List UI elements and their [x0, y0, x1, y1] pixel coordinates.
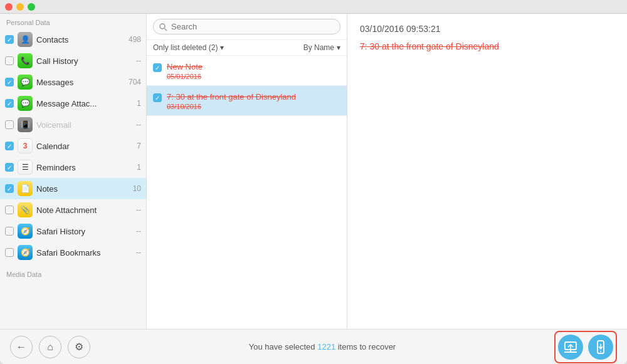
contacts-icon: 👤: [18, 32, 33, 47]
settings-button[interactable]: ⚙: [68, 336, 90, 358]
safarihistory-icon: 🧭: [18, 224, 33, 239]
action-buttons: [554, 331, 617, 363]
detail-timestamp: 03/10/2016 09:53:21: [360, 24, 614, 34]
sidebar-checkbox-callhistory[interactable]: [5, 56, 14, 65]
sidebar-item-reminders[interactable]: ☰Reminders1: [0, 157, 146, 178]
sidebar-checkbox-messages[interactable]: [5, 78, 14, 86]
main-content: Personal Data 👤Contacts498📞Call History-…: [0, 14, 627, 329]
messages-icon: 💬: [18, 75, 33, 90]
sidebar-item-safarihistory[interactable]: 🧭Safari History--: [0, 221, 146, 242]
note-title-0: New Note: [167, 62, 340, 71]
sidebar-item-messages[interactable]: 💬Messages704: [0, 71, 146, 93]
filter-right: By Name ▾: [303, 43, 340, 52]
filter-left: Only list deleted (2) ▾: [153, 43, 224, 52]
recover-to-device-button[interactable]: [588, 335, 613, 360]
status-count: 1221: [317, 342, 335, 351]
app-window: Personal Data 👤Contacts498📞Call History-…: [0, 0, 627, 364]
note-checkbox-1[interactable]: [153, 93, 162, 102]
sidebar-item-notes[interactable]: 📄Notes10: [0, 178, 146, 199]
note-content-0: New Note05/01/2016: [167, 62, 340, 80]
sort-label[interactable]: By Name: [303, 43, 334, 52]
list-item[interactable]: New Note05/01/2016: [147, 56, 347, 86]
sidebar-item-label-notes: Notes: [36, 184, 129, 194]
svg-point-5: [600, 351, 601, 352]
sidebar-checkbox-noteattach[interactable]: [5, 205, 14, 214]
sidebar-checkbox-voicemail[interactable]: [5, 120, 14, 129]
home-button[interactable]: ⌂: [39, 336, 61, 358]
voicemail-icon: 📳: [18, 117, 33, 132]
sidebar-item-label-safaribookmarks: Safari Bookmarks: [36, 248, 132, 257]
sort-dropdown-icon[interactable]: ▾: [337, 43, 340, 52]
sidebar-checkbox-msgattach[interactable]: [5, 99, 14, 108]
sidebar-checkbox-calendar[interactable]: [5, 142, 14, 150]
sidebar-checkbox-contacts[interactable]: [5, 35, 14, 44]
sidebar-item-count-messages: 704: [129, 78, 141, 86]
filter-deleted-label[interactable]: Only list deleted (2): [153, 43, 218, 52]
sidebar-item-label-voicemail: Voicemail: [36, 120, 132, 130]
sidebar-item-label-reminders: Reminders: [36, 163, 133, 172]
media-data-label: Media Data: [0, 266, 146, 281]
detail-panel: 03/10/2016 09:53:21 7: 30 at the front g…: [347, 14, 627, 329]
sidebar-item-count-callhistory: --: [136, 56, 141, 65]
noteattach-icon: 📎: [18, 202, 33, 217]
bottom-nav: ← ⌂ ⚙: [10, 336, 90, 358]
notes-list: New Note05/01/20167: 30 at the front gat…: [147, 56, 347, 329]
note-date-0: 05/01/2016: [167, 73, 340, 80]
recover-to-computer-button[interactable]: [558, 335, 583, 360]
sidebar-item-calendar[interactable]: 3Calendar7: [0, 135, 146, 157]
sidebar-item-label-messages: Messages: [36, 78, 125, 87]
sidebar-item-count-notes: 10: [133, 184, 141, 193]
status-prefix: You have selected: [249, 342, 317, 351]
calendar-icon: 3: [18, 138, 33, 153]
sidebar-item-count-voicemail: --: [136, 120, 141, 129]
sidebar-item-label-callhistory: Call History: [36, 56, 132, 66]
sidebar-item-label-safarihistory: Safari History: [36, 227, 132, 236]
search-input[interactable]: [153, 19, 340, 34]
callhistory-icon: 📞: [18, 53, 33, 68]
back-button[interactable]: ←: [10, 336, 33, 358]
sidebar-item-label-msgattach: Message Attac...: [36, 99, 133, 108]
personal-data-label: Personal Data: [0, 14, 146, 29]
titlebar: [0, 0, 627, 14]
sidebar-item-count-msgattach: 1: [137, 99, 141, 108]
note-content-1: 7: 30 at the front gate of Disneyland03/…: [167, 92, 340, 110]
sidebar-item-callhistory[interactable]: 📞Call History--: [0, 50, 146, 71]
notes-icon: 📄: [18, 181, 33, 196]
minimize-button[interactable]: [16, 3, 24, 11]
search-bar: [147, 14, 347, 40]
sidebar-item-count-safaribookmarks: --: [136, 248, 141, 257]
sidebar-checkbox-notes[interactable]: [5, 184, 14, 193]
note-title-1: 7: 30 at the front gate of Disneyland: [167, 92, 340, 101]
middle-panel: Only list deleted (2) ▾ By Name ▾ New No…: [147, 14, 347, 329]
sidebar-item-count-safarihistory: --: [136, 227, 141, 236]
sidebar-item-count-calendar: 7: [137, 142, 141, 150]
filter-bar: Only list deleted (2) ▾ By Name ▾: [147, 40, 347, 56]
sidebar-item-contacts[interactable]: 👤Contacts498: [0, 29, 146, 50]
sidebar-item-count-noteattach: --: [136, 205, 141, 214]
status-suffix: items to recover: [335, 342, 396, 351]
sidebar-item-label-calendar: Calendar: [36, 142, 133, 151]
detail-content: 7: 30 at the front gate of Disneyland: [360, 41, 614, 51]
bottom-bar: ← ⌂ ⚙ You have selected 1221 items to re…: [0, 329, 627, 364]
note-date-1: 03/10/2016: [167, 103, 340, 110]
sidebar-checkbox-safaribookmarks[interactable]: [5, 248, 14, 257]
sidebar-item-count-contacts: 498: [129, 35, 141, 44]
reminders-icon: ☰: [18, 160, 33, 175]
list-item[interactable]: 7: 30 at the front gate of Disneyland03/…: [147, 86, 347, 116]
filter-dropdown-icon[interactable]: ▾: [220, 43, 224, 52]
sidebar-item-noteattach[interactable]: 📎Note Attachment--: [0, 199, 146, 221]
sidebar-item-voicemail[interactable]: 📳Voicemail--: [0, 114, 146, 135]
sidebar-item-msgattach[interactable]: 💬Message Attac...1: [0, 93, 146, 114]
close-button[interactable]: [5, 3, 13, 11]
sidebar: Personal Data 👤Contacts498📞Call History-…: [0, 14, 147, 329]
status-text: You have selected 1221 items to recover: [90, 342, 554, 351]
sidebar-item-label-contacts: Contacts: [36, 35, 125, 44]
maximize-button[interactable]: [28, 3, 35, 11]
sidebar-item-safaribookmarks[interactable]: 🧭Safari Bookmarks--: [0, 242, 146, 263]
sidebar-checkbox-reminders[interactable]: [5, 163, 14, 172]
sidebar-checkbox-safarihistory[interactable]: [5, 227, 14, 236]
note-checkbox-0[interactable]: [153, 63, 162, 72]
sidebar-item-count-reminders: 1: [137, 163, 141, 172]
sidebar-item-label-noteattach: Note Attachment: [36, 205, 132, 215]
safaribookmarks-icon: 🧭: [18, 245, 33, 260]
